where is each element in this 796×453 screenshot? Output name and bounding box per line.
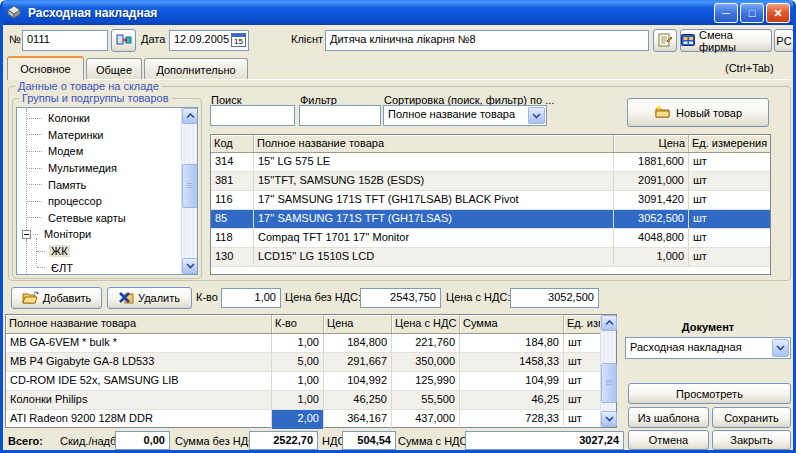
document-panel-title: Документ xyxy=(625,321,791,333)
tree-item[interactable]: Мультимедия xyxy=(27,160,179,177)
total-label: Всего: xyxy=(8,435,43,447)
edit-client-button[interactable] xyxy=(653,29,677,52)
title-bar[interactable]: Расходная накладная ─ □ ✕ xyxy=(0,0,796,25)
document-type-select[interactable]: Расходная накладная xyxy=(625,337,791,359)
search-input[interactable] xyxy=(210,105,295,126)
price-novat-input[interactable]: 2543,750 xyxy=(360,288,441,308)
sum-novat-value: 2522,70 xyxy=(249,431,318,450)
table-row-selected[interactable]: 85 17'' SAMSUNG 171S TFT (GH17LSAS) 3052… xyxy=(211,210,770,229)
table-row[interactable]: 118 Compaq TFT 1701 17'' Monitor 4048,80… xyxy=(211,229,770,248)
delete-x-icon xyxy=(119,291,134,306)
tree-scroll-thumb[interactable] xyxy=(182,164,198,208)
table-row[interactable]: 381 15''TFT, SAMSUNG 152B (ESDS) 2091,00… xyxy=(211,172,770,191)
sum-novat-label: Сумма без НДС xyxy=(175,435,256,447)
app-icon xyxy=(6,4,22,22)
table-row[interactable]: MB P4 Gigabyte GA-8 LD533 5,00 291,667 3… xyxy=(6,353,616,372)
table-row[interactable]: 116 17'' SAMSUNG 171S TFT (GH17LSAB) BLA… xyxy=(211,191,770,210)
chevron-down-icon[interactable] xyxy=(528,107,545,124)
filter-input[interactable] xyxy=(299,105,381,126)
invoice-table[interactable]: Полное название товара К-во Цена Цена с … xyxy=(5,314,617,428)
collapse-icon[interactable] xyxy=(22,230,31,239)
assign-number-button[interactable] xyxy=(111,29,136,52)
table-row[interactable]: ATI Radeon 9200 128M DDR 2,00 364,167 43… xyxy=(6,410,616,429)
col-header-name[interactable]: Полное название товара xyxy=(254,135,614,152)
chevron-down-icon[interactable] xyxy=(772,339,789,357)
table-row[interactable]: CD-ROM IDE 52x, SAMSUNG LIB 1,00 104,992… xyxy=(6,372,616,391)
tree-item[interactable]: процессор xyxy=(27,193,179,210)
minimize-button[interactable]: ─ xyxy=(714,3,738,23)
calendar-icon[interactable]: 15 xyxy=(231,33,246,49)
preview-button[interactable]: Просмотреть xyxy=(628,383,791,404)
merge-boxes-icon xyxy=(116,34,132,48)
tree-item-selected[interactable]: ЖК xyxy=(37,243,179,260)
tree-item[interactable]: ЄЛТ xyxy=(37,259,179,274)
tree-group-title: Группы и подгруппы товаров xyxy=(19,92,172,104)
scroll-up-icon[interactable] xyxy=(182,108,198,124)
scroll-up-icon[interactable] xyxy=(601,315,617,331)
table-row[interactable]: Колонки Philips 1,00 46,250 55,500 46,25… xyxy=(6,391,616,410)
tree-item[interactable]: Память xyxy=(27,176,179,193)
close-button[interactable]: Закрыть xyxy=(712,430,791,450)
tab-osnovnoe[interactable]: Основное xyxy=(7,56,84,80)
table-row[interactable]: MB GA-6VEM * bulk * 1,00 184,800 221,760… xyxy=(6,334,616,353)
delete-button[interactable]: Удалить xyxy=(107,287,192,309)
invoice-window: Расходная накладная ─ □ ✕ № 0111 Дата 12… xyxy=(0,0,796,453)
invoice-scroll-thumb[interactable] xyxy=(601,363,617,403)
vat-value: 504,54 xyxy=(342,431,396,450)
col-header-price-vat[interactable]: Цена с НДС xyxy=(392,315,460,333)
stock-group-title: Данные о товаре на складе xyxy=(15,80,162,92)
col-header-price[interactable]: Цена xyxy=(324,315,392,333)
tab-shortcut-hint: (Ctrl+Tab) xyxy=(725,62,774,74)
tree-item[interactable]: Материнки xyxy=(27,127,179,144)
svg-text:15: 15 xyxy=(234,37,243,46)
quantity-label: К-во xyxy=(196,291,218,303)
tab-obshchee[interactable]: Общее xyxy=(86,58,142,80)
stock-table[interactable]: Код Полное название товара Цена Ед. изме… xyxy=(210,134,771,275)
number-input[interactable]: 0111 xyxy=(22,30,108,51)
pc-button[interactable]: PC xyxy=(774,29,794,52)
table-row[interactable]: 130 LCD15'' LG 1510S LCD 1,000 шт xyxy=(211,248,770,267)
from-template-button[interactable]: Из шаблона xyxy=(628,407,709,428)
save-button[interactable]: Сохранить xyxy=(712,407,791,428)
new-folder-icon xyxy=(654,105,672,121)
firm-icon xyxy=(681,34,695,48)
date-input[interactable]: 12.09.2005 15 xyxy=(169,30,249,51)
price-novat-label: Цена без НДС: xyxy=(285,291,361,303)
table-row[interactable]: 314 15'' LG 575 LE 1881,600 шт xyxy=(211,153,770,172)
sort-select[interactable]: Полное название товара xyxy=(383,105,547,126)
scroll-down-icon[interactable] xyxy=(182,258,198,274)
sum-vat-label: Сумма с НДС xyxy=(398,435,468,447)
col-header-name[interactable]: Полное название товара xyxy=(6,315,272,333)
tab-dopolnitelno[interactable]: Дополнительно xyxy=(144,58,248,80)
tree-item-parent[interactable]: Монітори xyxy=(22,226,179,243)
price-vat-label: Цена с НДС: xyxy=(446,291,510,303)
change-firm-button[interactable]: Смена фирмы xyxy=(680,29,772,52)
col-header-qty[interactable]: К-во xyxy=(272,315,324,333)
col-header-unit[interactable]: Ед. изм xyxy=(564,315,602,333)
tree-list: Колонки Материнки Модем Мультимедия Памя… xyxy=(19,110,179,274)
add-button[interactable]: Добавить xyxy=(11,287,102,309)
invoice-scrollbar[interactable] xyxy=(600,315,616,427)
tree-item[interactable]: Модем xyxy=(27,143,179,160)
quantity-input[interactable]: 1,00 xyxy=(221,288,281,308)
col-header-unit[interactable]: Ед. измерения xyxy=(689,135,770,152)
new-product-button[interactable]: Новый товар xyxy=(627,98,769,127)
cancel-button[interactable]: Отмена xyxy=(628,430,709,450)
scroll-down-icon[interactable] xyxy=(601,411,617,427)
product-tree[interactable]: Колонки Материнки Модем Мультимедия Памя… xyxy=(16,107,198,275)
maximize-button[interactable]: □ xyxy=(740,3,764,23)
discount-label: Скид./надб. xyxy=(60,435,119,447)
notepad-pencil-icon xyxy=(658,32,673,49)
window-title: Расходная накладная xyxy=(28,6,157,20)
col-header-price[interactable]: Цена xyxy=(614,135,689,152)
tree-item[interactable]: Колонки xyxy=(27,110,179,127)
close-icon[interactable]: ✕ xyxy=(766,3,790,23)
sum-vat-value: 3027,24 xyxy=(465,431,624,450)
col-header-code[interactable]: Код xyxy=(211,135,254,152)
col-header-sum[interactable]: Сумма xyxy=(460,315,564,333)
client-input[interactable]: Дитяча клінична лікарня №8 xyxy=(325,30,649,51)
price-vat-input[interactable]: 3052,500 xyxy=(510,288,599,308)
tree-scrollbar[interactable] xyxy=(181,108,197,274)
tree-item[interactable]: Сетевые карты xyxy=(27,210,179,227)
selected-cell: 2,00 xyxy=(272,410,324,429)
